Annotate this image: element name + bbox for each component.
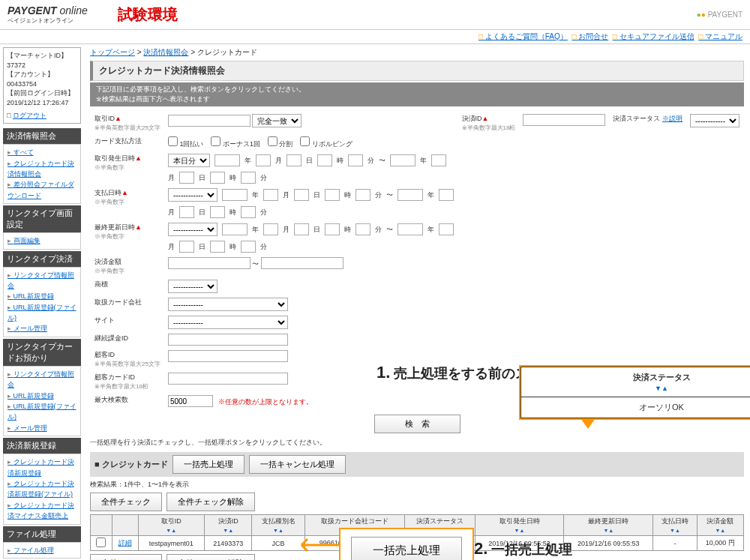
sidebar-item[interactable]: クレジットカード決済新規登録	[8, 458, 74, 476]
site-select[interactable]: ------------	[168, 316, 288, 329]
max-rows-input[interactable]	[168, 395, 213, 407]
date-part-input[interactable]	[398, 189, 423, 201]
customer-id-input[interactable]	[168, 350, 288, 362]
faq-link[interactable]: よくあるご質問（FAQ）	[478, 31, 568, 42]
date-part-input[interactable]	[431, 154, 446, 166]
table-cell: 2019/12/16 09:55:53	[564, 536, 653, 551]
match-select[interactable]: 完全一致	[252, 114, 302, 127]
sidebar-item[interactable]: リンクタイプ情報照会	[8, 370, 74, 388]
sidebar-item[interactable]: クレジットカード決済情報照会	[8, 160, 74, 178]
sidebar-item[interactable]: ファイル処理	[8, 547, 54, 554]
sidebar-item[interactable]: 差分照会ファイルダウンロード	[8, 181, 74, 199]
pay-method-checkbox[interactable]	[211, 136, 220, 146]
manual-link[interactable]: マニュアル	[698, 31, 742, 42]
table-header[interactable]: 最終更新日時▼▲	[564, 515, 653, 536]
date-part-input[interactable]	[210, 241, 225, 253]
table-header[interactable]: 決済ID▼▲	[204, 515, 252, 536]
table-header[interactable]: 取引ID▼▲	[138, 515, 204, 536]
search-button[interactable]: 検 索	[374, 415, 460, 433]
date-part-input[interactable]	[241, 241, 256, 253]
detail-link[interactable]: 詳細	[118, 539, 132, 547]
amount-to-input[interactable]	[261, 257, 344, 269]
status-help-link[interactable]: ※説明	[662, 115, 682, 122]
date-preset-select[interactable]: ------------	[168, 188, 218, 202]
logo: PAYGENT online ペイジェントオンライン	[8, 4, 88, 25]
date-part-input[interactable]	[256, 154, 271, 166]
date-part-input[interactable]	[286, 154, 302, 166]
batch-note: 一括処理を行う決済にチェックし、一括処理ボタンをクリックしてください。	[90, 438, 744, 448]
date-part-input[interactable]	[179, 206, 194, 218]
date-part-input[interactable]	[398, 223, 423, 235]
sidebar-item[interactable]: クレジットカード決済新規登録(ファイル)	[8, 480, 74, 498]
date-part-input[interactable]	[241, 172, 256, 184]
sidebar-item[interactable]: リンクタイプ情報照会	[8, 271, 74, 289]
date-part-input[interactable]	[179, 241, 194, 253]
sidebar-item[interactable]: 画面編集	[8, 237, 40, 244]
date-preset-select[interactable]: ------------	[168, 223, 218, 236]
sidebar-item[interactable]: URL新規登録(ファイル)	[8, 403, 76, 421]
table-header[interactable]: 支払種別名▼▲	[252, 515, 304, 536]
sidebar-item[interactable]: メール管理	[8, 424, 47, 432]
bulk-cancel-button[interactable]: 一括キャンセル処理	[249, 455, 346, 474]
date-part-input[interactable]	[390, 154, 416, 166]
amount-from-input[interactable]	[168, 257, 250, 269]
check-all-button-bottom[interactable]: 全件チェック	[90, 554, 162, 560]
bc-top[interactable]: トップページ	[90, 48, 135, 56]
customer-card-id-input[interactable]	[168, 373, 288, 385]
table-cell: JCB	[252, 536, 304, 551]
date-part-input[interactable]	[210, 206, 225, 218]
date-preset-select[interactable]: 本日分	[168, 154, 210, 167]
sidebar-section-head: リンクタイプカードお預かり	[3, 339, 81, 366]
table-header	[91, 515, 112, 536]
status-select[interactable]: ------------	[690, 114, 740, 127]
uncheck-all-button-top[interactable]: 全件チェック解除	[166, 493, 255, 511]
row-checkbox[interactable]	[96, 538, 106, 547]
date-part-input[interactable]	[263, 189, 278, 201]
sidebar-section-head: リンクタイプ画面設定	[3, 205, 81, 232]
payment-id-input[interactable]	[523, 114, 605, 126]
table-header[interactable]: 取引発生日時▼▲	[475, 515, 564, 536]
date-part-input[interactable]	[325, 189, 340, 201]
date-part-input[interactable]	[214, 154, 240, 166]
table-header[interactable]: 決済金額▼▲	[697, 515, 743, 536]
date-part-input[interactable]	[317, 154, 332, 166]
check-all-button-top[interactable]: 全件チェック	[90, 493, 162, 511]
trade-id-input[interactable]	[168, 115, 250, 127]
acquirer-select[interactable]: ------------	[168, 298, 288, 311]
logout-link[interactable]: ログアウト	[13, 112, 46, 119]
date-part-input[interactable]	[356, 189, 370, 201]
date-part-input[interactable]	[179, 172, 194, 184]
date-part-input[interactable]	[241, 206, 256, 218]
date-part-input[interactable]	[210, 172, 225, 184]
date-part-input[interactable]	[294, 223, 309, 235]
bc-mid[interactable]: 決済情報照会	[143, 48, 188, 56]
bulk-sales-button-top[interactable]: 一括売上処理	[172, 455, 244, 474]
callout-button-box: 一括売上処理	[339, 528, 474, 560]
brand-select[interactable]: ------------	[168, 280, 218, 293]
date-part-input[interactable]	[348, 154, 363, 166]
date-part-input[interactable]	[263, 223, 278, 235]
sidebar-item[interactable]: メール管理	[8, 325, 47, 332]
date-part-input[interactable]	[294, 189, 309, 201]
date-part-input[interactable]	[439, 189, 454, 201]
sidebar-item[interactable]: すべて	[8, 148, 34, 156]
pay-method-checkbox[interactable]	[168, 136, 178, 146]
sidebar-item[interactable]: URL新規登録	[8, 292, 54, 300]
date-part-input[interactable]	[356, 223, 370, 235]
sidebar-item[interactable]: URL新規登録(ファイル)	[8, 304, 76, 322]
date-part-input[interactable]	[325, 223, 340, 235]
recurring-id-input[interactable]	[168, 334, 288, 346]
secure-file-link[interactable]: セキュアファイル送信	[613, 31, 694, 42]
uncheck-all-button-bottom[interactable]: 全件チェック解除	[166, 554, 255, 560]
sidebar-item[interactable]: クレジットカード決済マイナス金額売上	[8, 502, 74, 520]
sidebar-item[interactable]: URL新規登録	[8, 392, 54, 400]
date-part-input[interactable]	[222, 189, 248, 201]
pay-method-checkbox[interactable]	[300, 136, 310, 146]
pay-method-checkbox[interactable]	[268, 136, 278, 146]
date-part-input[interactable]	[439, 223, 454, 235]
contact-link[interactable]: お問合せ	[572, 31, 608, 42]
app-header: PAYGENT online ペイジェントオンライン 試験環境 ●● PAYGE…	[0, 0, 750, 30]
bulk-sales-big-button[interactable]: 一括売上処理	[351, 537, 462, 560]
date-part-input[interactable]	[222, 223, 248, 235]
table-header[interactable]: 支払日時▼▲	[653, 515, 697, 536]
